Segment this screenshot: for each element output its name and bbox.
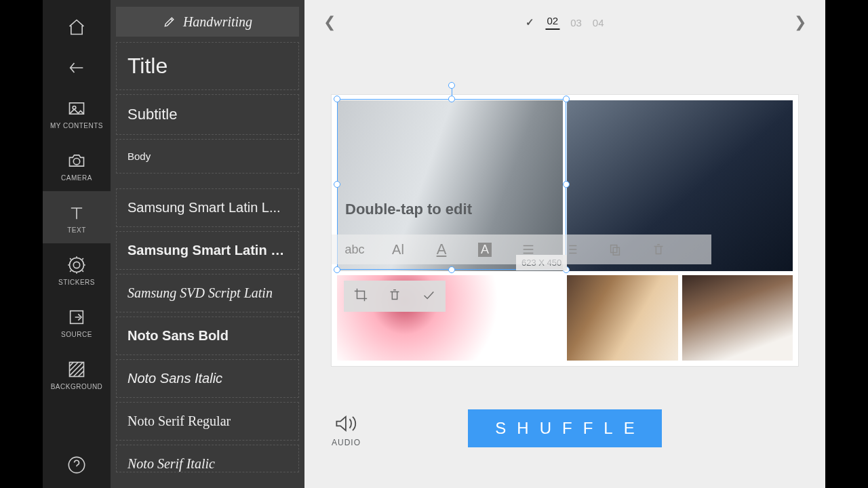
image-action-toolbar <box>344 281 446 312</box>
resize-handle[interactable] <box>334 96 340 102</box>
tool-font-color[interactable]: A <box>429 237 454 262</box>
nav-rail: MY CONTENTS CAMERA TEXT STICKERS SOURCE … <box>43 0 111 488</box>
page-number[interactable]: 04 <box>593 17 604 28</box>
divider <box>113 178 302 184</box>
nav-label: MY CONTENTS <box>50 122 103 129</box>
home-icon <box>67 18 86 37</box>
style-list: Title Subtitle Body Samsung Smart Latin … <box>111 42 304 488</box>
nav-background[interactable]: BACKGROUND <box>43 348 111 400</box>
list-icon <box>564 242 579 257</box>
page-done-icon: ✓ <box>526 16 534 28</box>
help-icon <box>67 455 86 474</box>
tool-highlight[interactable]: A <box>473 237 497 262</box>
letterbox-right <box>825 0 868 488</box>
delete-icon <box>651 242 666 257</box>
prev-button[interactable]: ❮ <box>323 14 336 31</box>
font-item[interactable]: Samsung SVD Script Latin <box>116 274 299 312</box>
nav-back[interactable] <box>43 46 111 87</box>
nav-label: SOURCE <box>61 331 92 338</box>
app-root: MY CONTENTS CAMERA TEXT STICKERS SOURCE … <box>0 0 868 488</box>
shuffle-button[interactable]: SHUFFLE <box>468 409 662 447</box>
font-item[interactable]: Noto Serif Italic <box>116 445 299 472</box>
resize-handle[interactable] <box>334 181 340 188</box>
tool-delete[interactable] <box>646 237 671 262</box>
tool-copy[interactable] <box>603 237 627 262</box>
style-title[interactable]: Title <box>116 42 299 90</box>
check-icon <box>421 287 436 302</box>
nav-stickers[interactable]: STICKERS <box>43 243 111 296</box>
text-format-toolbar: abc Al A A <box>332 235 711 264</box>
nav-help[interactable] <box>43 443 111 488</box>
nav-home[interactable] <box>43 0 111 46</box>
style-subtitle[interactable]: Subtitle <box>116 94 299 135</box>
shuffle-label: SHUFFLE <box>484 419 645 438</box>
resize-handle[interactable] <box>334 266 340 273</box>
font-item[interactable]: Samsung Smart Latin B... <box>116 231 299 270</box>
rotate-handle[interactable] <box>448 82 455 89</box>
crop-button[interactable] <box>353 287 368 305</box>
letterbox-left <box>0 0 43 488</box>
svg-rect-8 <box>611 245 617 253</box>
text-icon <box>67 203 86 222</box>
nav-source[interactable]: SOURCE <box>43 296 111 348</box>
resize-handle[interactable] <box>563 96 570 102</box>
svg-point-4 <box>73 262 79 268</box>
speaker-icon <box>334 413 359 434</box>
tool-align[interactable] <box>516 237 540 262</box>
style-body[interactable]: Body <box>116 139 299 174</box>
background-icon <box>67 360 86 379</box>
tool-list[interactable] <box>559 237 584 262</box>
stickers-icon <box>67 256 86 274</box>
font-item[interactable]: Samsung Smart Latin L... <box>116 188 299 227</box>
pen-icon <box>163 15 176 28</box>
svg-point-3 <box>70 258 84 272</box>
page-number[interactable]: 02 <box>545 15 559 30</box>
svg-rect-9 <box>613 247 619 255</box>
source-icon <box>67 308 86 327</box>
handwriting-mode-button[interactable]: Handwriting <box>116 7 299 37</box>
resize-handle[interactable] <box>563 181 570 188</box>
text-panel: Handwriting Title Subtitle Body Samsung … <box>111 0 304 488</box>
arrow-left-icon <box>67 58 86 77</box>
next-button[interactable]: ❯ <box>794 14 806 31</box>
confirm-button[interactable] <box>421 287 436 305</box>
canvas-area: ❮ ❯ ✓ 02 03 04 <box>304 0 825 488</box>
tool-mixed-case[interactable]: Al <box>386 237 410 262</box>
resize-handle[interactable] <box>448 96 455 102</box>
handwriting-label: Handwriting <box>183 14 252 30</box>
copy-icon <box>608 242 623 257</box>
nav-label: STICKERS <box>58 279 95 286</box>
font-item[interactable]: Noto Sans Italic <box>116 359 299 398</box>
align-icon <box>521 242 536 257</box>
page-indicator: ✓ 02 03 04 <box>526 15 604 30</box>
resize-handle[interactable] <box>448 266 455 273</box>
svg-point-2 <box>73 159 79 165</box>
nav-label: CAMERA <box>61 174 92 182</box>
audio-button[interactable]: AUDIO <box>332 413 361 447</box>
nav-my-contents[interactable]: MY CONTENTS <box>43 87 111 139</box>
image-cell-split <box>567 275 793 361</box>
audio-label: AUDIO <box>332 438 361 447</box>
image-cell[interactable] <box>567 275 678 361</box>
trash-icon <box>387 287 402 302</box>
nav-text[interactable]: TEXT <box>43 191 111 243</box>
trash-button[interactable] <box>387 287 402 305</box>
nav-camera[interactable]: CAMERA <box>43 139 111 191</box>
page-number[interactable]: 03 <box>570 17 582 28</box>
camera-icon <box>67 151 86 170</box>
text-placeholder[interactable]: Double-tap to edit <box>345 201 472 218</box>
tool-case[interactable]: abc <box>342 237 367 262</box>
image-cell[interactable] <box>682 275 793 361</box>
nav-label: TEXT <box>67 226 86 234</box>
main-window: MY CONTENTS CAMERA TEXT STICKERS SOURCE … <box>43 0 825 488</box>
nav-label: BACKGROUND <box>51 383 103 390</box>
font-item[interactable]: Noto Sans Bold <box>116 317 299 355</box>
crop-icon <box>353 287 368 302</box>
font-item[interactable]: Noto Serif Regular <box>116 402 299 441</box>
contents-icon <box>67 99 86 118</box>
